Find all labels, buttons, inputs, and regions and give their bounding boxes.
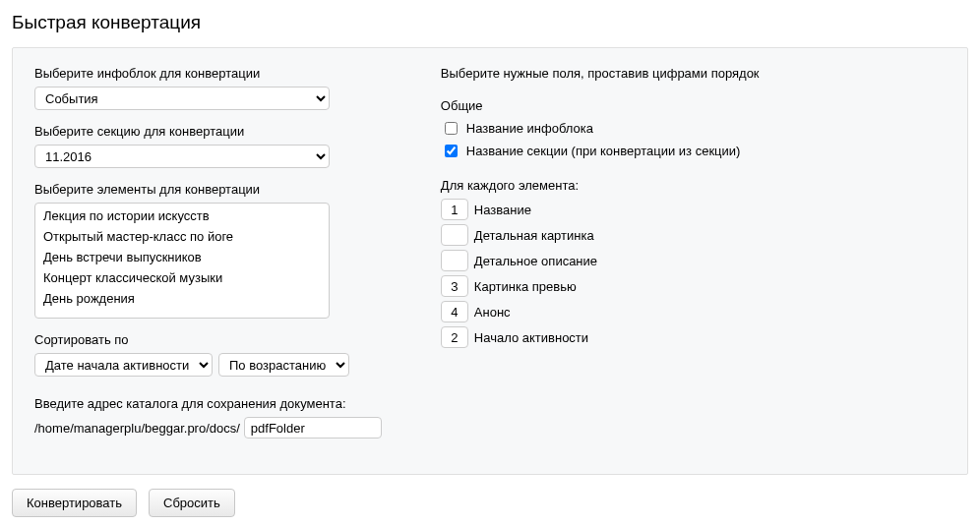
fields-heading: Выберите нужные поля, проставив цифрами … — [441, 66, 946, 81]
field-order-detail-text: Детальное описание — [441, 250, 946, 271]
elements-label: Выберите элементы для конвертации — [34, 182, 382, 197]
field-order-active-from: Начало активности — [441, 326, 946, 348]
infoblock-select[interactable]: События — [34, 87, 330, 110]
order-input-name[interactable] — [441, 199, 468, 220]
list-item[interactable]: День рождения — [37, 288, 327, 309]
sort-direction-select[interactable]: По возрастанию — [218, 353, 349, 377]
order-label: Картинка превью — [474, 279, 577, 294]
field-order-anons: Анонс — [441, 301, 946, 322]
order-input-anons[interactable] — [441, 301, 468, 322]
sort-field-select[interactable]: Дате начала активности — [34, 353, 213, 377]
list-item[interactable]: Открытый мастер-класс по йоге — [37, 226, 327, 247]
order-label: Начало активности — [474, 330, 588, 345]
order-label: Анонс — [474, 305, 511, 320]
order-input-detail-picture[interactable] — [441, 224, 468, 246]
left-column: Выберите инфоблок для конвертации Событи… — [34, 66, 382, 452]
actions-bar: Конвертировать Сбросить — [12, 489, 968, 517]
section-label: Выберите секцию для конвертации — [34, 124, 382, 139]
order-input-detail-text[interactable] — [441, 250, 468, 271]
list-item[interactable]: День встречи выпускников — [37, 247, 327, 267]
convert-button[interactable]: Конвертировать — [12, 489, 137, 517]
sort-label: Сортировать по — [34, 332, 382, 347]
check-row-section-name[interactable]: Название секции (при конвертации из секц… — [441, 142, 946, 160]
field-order-detail-picture: Детальная картинка — [441, 224, 946, 246]
main-panel: Выберите инфоблок для конвертации Событи… — [12, 47, 968, 475]
elements-multiselect[interactable]: Лекция по истории искусств Открытый маст… — [34, 203, 330, 319]
section-select[interactable]: 11.2016 — [34, 145, 330, 168]
path-prefix: /home/managerplu/beggar.pro/docs/ — [34, 421, 240, 436]
checkbox-section-name[interactable] — [445, 145, 458, 157]
order-input-active-from[interactable] — [441, 326, 468, 348]
field-order-preview-picture: Картинка превью — [441, 275, 946, 297]
order-label: Название — [474, 203, 531, 217]
list-item[interactable]: Лекция по истории искусств — [37, 205, 327, 226]
per-element-group-title: Для каждого элемента: — [441, 178, 946, 193]
path-label: Введите адрес каталога для сохранения до… — [34, 396, 382, 411]
path-input[interactable] — [244, 417, 382, 438]
infoblock-label: Выберите инфоблок для конвертации — [34, 66, 382, 81]
reset-button[interactable]: Сбросить — [149, 489, 235, 517]
checkbox-label: Название инфоблока — [466, 121, 593, 136]
field-order-name: Название — [441, 199, 946, 220]
check-row-infoblock-name[interactable]: Название инфоблока — [441, 119, 946, 138]
page-title: Быстрая конвертация — [12, 12, 968, 33]
order-label: Детальное описание — [474, 254, 597, 268]
common-group-title: Общие — [441, 98, 946, 113]
order-label: Детальная картинка — [474, 228, 594, 243]
list-item[interactable]: Концерт классической музыки — [37, 267, 327, 288]
right-column: Выберите нужные поля, проставив цифрами … — [441, 66, 946, 452]
order-input-preview-picture[interactable] — [441, 275, 468, 297]
checkbox-infoblock-name[interactable] — [445, 122, 458, 135]
checkbox-label: Название секции (при конвертации из секц… — [466, 144, 741, 158]
